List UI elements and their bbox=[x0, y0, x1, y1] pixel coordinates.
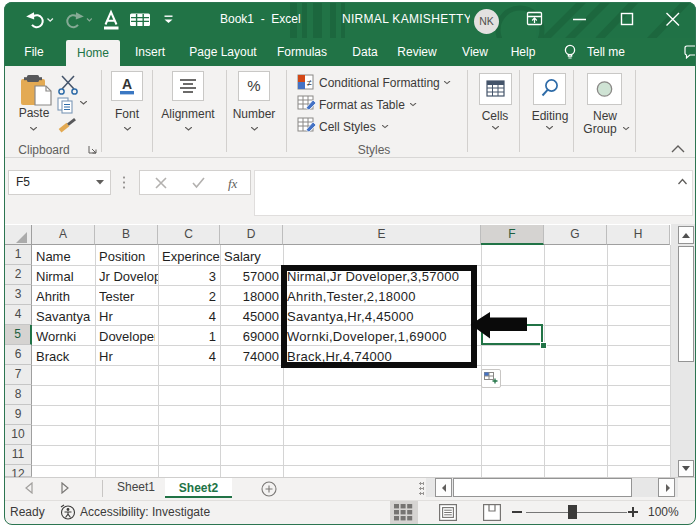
svg-text:≠: ≠ bbox=[307, 78, 312, 88]
svg-text:fx: fx bbox=[228, 176, 238, 191]
svg-text:A: A bbox=[122, 76, 132, 92]
